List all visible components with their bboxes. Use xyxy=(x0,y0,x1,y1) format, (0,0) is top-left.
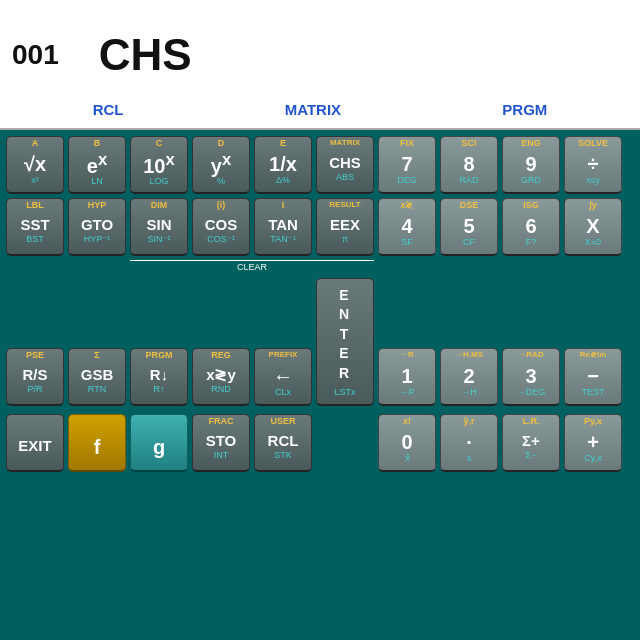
key-backspace[interactable]: PREFIX ← CLx xyxy=(254,348,312,406)
key-gto-top: HYP xyxy=(69,200,125,210)
key-9-main: 9 xyxy=(525,153,536,175)
key-chs-sub: ABS xyxy=(336,172,354,182)
key-X-top: ∫y xyxy=(565,200,621,210)
key-plus-sub: Cy,x xyxy=(584,453,601,463)
key-3-main: 3 xyxy=(525,365,536,387)
key-sto[interactable]: FRAC STO INT xyxy=(192,414,250,472)
key-chs-main: CHS xyxy=(329,155,361,172)
line-number: 001 xyxy=(12,39,59,71)
key-gsb-main: GSB xyxy=(81,367,114,384)
key-rs-sub: P/R xyxy=(27,384,42,394)
key-div[interactable]: SOLVE ÷ x≤y xyxy=(564,136,622,194)
key-sin[interactable]: DIM SIN SIN⁻¹ xyxy=(130,198,188,256)
key-1-sub: →P xyxy=(399,387,414,397)
key-sigmaplus[interactable]: L.R. Σ+ Σ− xyxy=(502,414,560,472)
key-9[interactable]: ENG 9 GRD xyxy=(502,136,560,194)
key-1x[interactable]: E 1/x Δ% xyxy=(254,136,312,194)
key-sst[interactable]: LBL SST BST xyxy=(6,198,64,256)
key-rdown-main: R↓ xyxy=(150,367,168,384)
key-rdown-top: PRGM xyxy=(131,350,187,360)
key-cos[interactable]: (i) COS COS⁻¹ xyxy=(192,198,250,256)
key-enter-sub: LSTx xyxy=(334,387,355,397)
key-3-top: →RAD xyxy=(503,350,559,359)
key-10x-sub: LOG xyxy=(149,176,168,186)
key-2-main: 2 xyxy=(463,365,474,387)
key-tan[interactable]: I TAN TAN⁻¹ xyxy=(254,198,312,256)
key-sin-main: SIN xyxy=(146,217,171,234)
key-sin-top: DIM xyxy=(131,200,187,210)
key-7[interactable]: FIX 7 DEG xyxy=(378,136,436,194)
key-chs[interactable]: MATRIX CHS ABS xyxy=(316,136,374,194)
key-exit[interactable]: EXIT xyxy=(6,414,64,472)
key-div-top: SOLVE xyxy=(565,138,621,148)
key-5[interactable]: DSE 5 CF xyxy=(440,198,498,256)
key-yx-main: yx xyxy=(211,151,231,177)
key-rdown[interactable]: PRGM R↓ R↑ xyxy=(130,348,188,406)
key-8-main: 8 xyxy=(463,153,474,175)
key-gsb-top: Σ xyxy=(69,350,125,360)
key-eex-main: EEX xyxy=(330,217,360,234)
key-sst-top: LBL xyxy=(7,200,63,210)
key-6-top: ISG xyxy=(503,200,559,210)
key-gto[interactable]: HYP GTO HYP⁻¹ xyxy=(68,198,126,256)
key-plus[interactable]: Py,x + Cy,x xyxy=(564,414,622,472)
key-dot-top: ŷ,r xyxy=(441,416,497,426)
key-7-sub: DEG xyxy=(397,175,417,185)
key-sqrt-x-top: A xyxy=(7,138,63,148)
key-0-top: x! xyxy=(379,416,435,426)
key-4-top: x≷ xyxy=(379,200,435,210)
key-eex[interactable]: RESULT EEX π xyxy=(316,198,374,256)
key-X[interactable]: ∫y X X=0 xyxy=(564,198,622,256)
key-chs-top: MATRIX xyxy=(317,138,373,147)
key-row-2: LBL SST BST HYP GTO HYP⁻¹ DIM SIN SIN⁻¹ … xyxy=(6,198,634,256)
key-xyswap-main: x≷y xyxy=(206,367,236,384)
key-1[interactable]: →R 1 →P xyxy=(378,348,436,406)
key-gsb[interactable]: Σ GSB RTN xyxy=(68,348,126,406)
key-minus[interactable]: Re≷Im − TEST xyxy=(564,348,622,406)
key-0[interactable]: x! 0 x̄ xyxy=(378,414,436,472)
key-8[interactable]: SCI 8 RAD xyxy=(440,136,498,194)
key-gsb-sub: RTN xyxy=(88,384,106,394)
key-xyswap[interactable]: REG x≷y RND xyxy=(192,348,250,406)
key-7-top: FIX xyxy=(379,138,435,148)
key-5-main: 5 xyxy=(463,215,474,237)
key-dot-sub: s xyxy=(467,453,472,463)
key-yx-top: D xyxy=(193,138,249,148)
key-minus-sub: TEST xyxy=(581,387,604,397)
key-rcl-top: USER xyxy=(255,416,311,426)
key-sqrt-x[interactable]: A √x x² xyxy=(6,136,64,194)
key-f[interactable]: f xyxy=(68,414,126,472)
key-dot[interactable]: ŷ,r · s xyxy=(440,414,498,472)
key-ex-sub: LN xyxy=(91,176,103,186)
key-4[interactable]: x≷ 4 SF xyxy=(378,198,436,256)
key-ex-main: ex xyxy=(87,151,107,177)
key-10x[interactable]: C 10x LOG xyxy=(130,136,188,194)
key-plus-main: + xyxy=(587,431,599,453)
key-rcl[interactable]: USER RCL STK xyxy=(254,414,312,472)
key-xyswap-top: REG xyxy=(193,350,249,360)
key-2-top: →H.MS xyxy=(441,350,497,359)
key-8-sub: RAD xyxy=(459,175,478,185)
key-g[interactable]: g xyxy=(130,414,188,472)
key-5-sub: CF xyxy=(463,237,475,247)
key-ex[interactable]: B ex LN xyxy=(68,136,126,194)
key-cos-sub: COS⁻¹ xyxy=(207,234,235,244)
key-cos-main: COS xyxy=(205,217,238,234)
key-0-sub: x̄ xyxy=(405,453,410,463)
key-2[interactable]: →H.MS 2 →H xyxy=(440,348,498,406)
key-sin-sub: SIN⁻¹ xyxy=(148,234,171,244)
key-row-3: PSE R/S P/R Σ GSB RTN PRGM R↓ R↑ REG x≷y… xyxy=(6,278,634,406)
key-yx[interactable]: D yx % xyxy=(192,136,250,194)
key-rs[interactable]: PSE R/S P/R xyxy=(6,348,64,406)
key-X-sub: X=0 xyxy=(585,237,601,247)
key-eex-top: RESULT xyxy=(317,200,373,209)
key-div-main: ÷ xyxy=(588,153,599,175)
key-6[interactable]: ISG 6 F? xyxy=(502,198,560,256)
key-sst-sub: BST xyxy=(26,234,44,244)
key-3[interactable]: →RAD 3 →DEG xyxy=(502,348,560,406)
label-matrix: MATRIX xyxy=(285,101,341,118)
key-sst-main: SST xyxy=(20,217,49,234)
label-rcl: RCL xyxy=(93,101,124,118)
key-enter[interactable]: ENTER LSTx xyxy=(316,278,374,406)
key-enter-main: ENTER xyxy=(339,286,351,384)
